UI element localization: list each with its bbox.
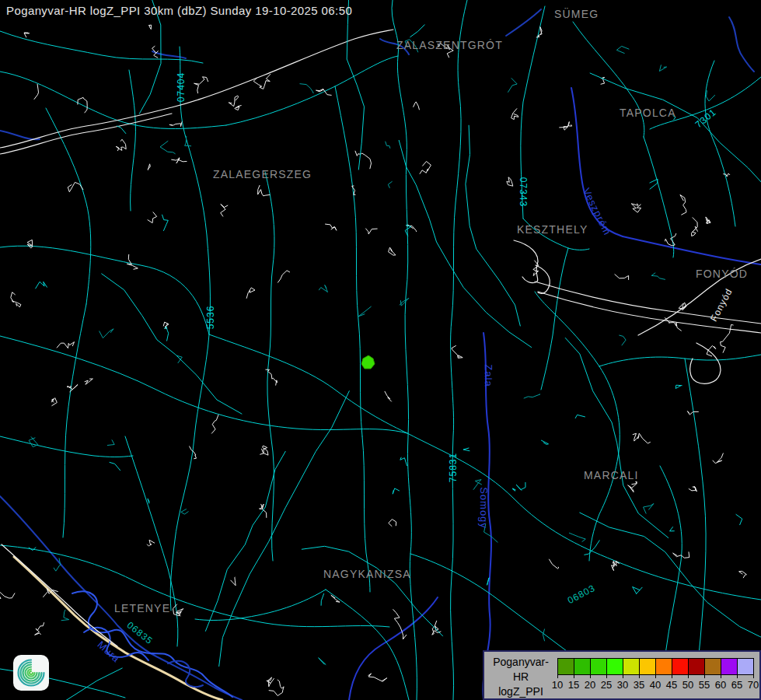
road-line [209,334,407,433]
road-twig [386,142,390,148]
village-outline [51,398,57,406]
river-line [349,597,438,700]
road-twig [650,179,658,189]
village-outline [267,677,274,687]
road-twig [181,509,188,515]
road-twig [516,482,525,490]
radar-display: SÜMEGZALASZENTGRÓTTAPOLCAZALAEGERSZEGKES… [0,0,761,700]
road-twig [300,84,313,93]
village-outline [127,254,138,269]
radar-echo [361,355,375,369]
road-twig [321,593,324,605]
road-line [660,466,682,654]
city-label: SÜMEG [554,8,599,20]
road-twig [633,587,643,594]
road-twig [616,46,629,53]
village-outline [68,384,79,391]
city-label: MARCALI [584,469,639,481]
road-twig [160,141,175,153]
road-label: 75831 [448,453,459,482]
settlement-line [0,114,172,154]
city-label: NAGYKANIZSA [323,568,411,580]
legend-swatch [655,658,672,675]
village-outline [612,561,620,570]
road-twig [148,499,149,503]
road-twig [358,306,372,317]
legend-tick: 30 [617,679,628,691]
road-minor [590,73,761,234]
road-twig [99,329,113,338]
river-line [729,17,754,72]
legend-tickmark [623,675,623,678]
legend-swatch [704,658,721,675]
spiral-icon [16,657,47,688]
legend-swatch [574,658,591,675]
village-outline [172,158,187,163]
village-outline [724,173,730,177]
village-outline [385,391,392,401]
legend-station: Poganyvar-HR [486,655,556,684]
village-outline [507,177,513,186]
village-outline [628,481,637,492]
legend-tickmark [574,675,574,678]
village-outline [368,674,387,681]
road-line [685,359,706,700]
road-twig [117,126,126,134]
legend-swatch [623,658,640,675]
city-label: ZALASZENTGRÓT [396,39,503,51]
road-twig [575,415,585,418]
village-outline [35,623,44,635]
region-label: Somogy [478,487,490,529]
legend-swatch [590,658,607,675]
village-outline [278,271,290,282]
road-line [541,248,568,390]
road-twig [620,335,626,345]
road-twig [162,215,169,230]
village-outline [679,303,686,310]
legend-tick: 65 [731,679,742,691]
village-outline [389,520,396,527]
city-label: FONYÓD [696,268,748,280]
legend-swatch [688,658,705,675]
village-outline [680,195,686,215]
village-outline [452,346,463,359]
settlement-line [0,30,393,148]
legend-tickmark [753,675,754,678]
village-outline [148,212,157,223]
legend-tick: 35 [634,679,644,691]
legend-tick-row: 10152025303540455055606570 [557,675,759,694]
city-label: KESZTHELY [517,223,588,236]
village-outline [169,122,182,127]
product-title: Poganyvar-HR logZ_PPI 30km (dbZ) Sunday … [6,4,352,17]
road-twig [675,385,682,388]
road-line [0,246,209,334]
legend-swatch [639,658,656,675]
village-outline [665,233,676,245]
road-twig [707,91,715,101]
road-line [573,22,644,137]
village-outline [633,433,650,443]
road-line [46,108,91,304]
road-line [129,70,135,211]
river-line [506,9,541,36]
legend-tickmark [655,675,656,678]
road-twig [670,527,675,531]
road-twig [36,282,47,289]
legend-tick: 10 [552,679,563,691]
legend-swatch [557,658,574,675]
legend-product: logZ_PPI [486,684,556,699]
village-outline [393,610,407,639]
village-outline [231,577,236,586]
village-outline [665,318,681,331]
road-twig [543,629,545,641]
village-outline [221,205,228,217]
road-line [170,47,210,611]
legend-tickmark [606,675,607,678]
road-twig [400,298,409,306]
road-line [0,31,203,63]
road-twig [585,541,599,555]
road-line [599,355,761,366]
legend-tick: 15 [568,679,579,691]
village-outline [706,217,710,224]
road-twig [508,79,518,93]
